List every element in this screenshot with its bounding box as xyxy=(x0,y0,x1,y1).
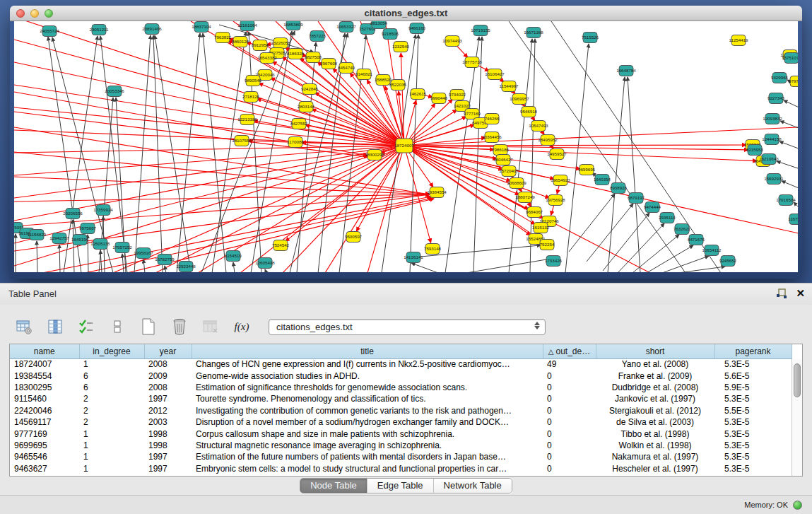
graph-node[interactable]: 8454749 xyxy=(338,63,355,74)
column-header-in_degree[interactable]: in_degree xyxy=(79,344,144,358)
close-panel-icon[interactable]: ✕ xyxy=(796,288,805,299)
graph-node[interactable]: 9990448 xyxy=(430,93,448,104)
graph-node[interactable]: 9734022 xyxy=(449,90,466,100)
graph-node[interactable]: 8522035 xyxy=(389,80,407,90)
graph-node[interactable]: 12942757 xyxy=(49,233,69,244)
close-window-button[interactable] xyxy=(16,9,25,18)
graph-node[interactable]: 752254 xyxy=(540,240,555,250)
table-scrollbar[interactable] xyxy=(792,359,802,476)
graph-node[interactable]: 10654112 xyxy=(702,245,722,256)
graph-node[interactable]: 9797349 xyxy=(789,76,798,87)
graph-node[interactable]: 16210643 xyxy=(759,154,779,165)
table-row[interactable]: 1872400712008Changes of HCN gene express… xyxy=(10,358,792,370)
graph-node[interactable]: 8860128 xyxy=(232,37,249,47)
zoom-window-button[interactable] xyxy=(45,9,53,18)
network-canvas[interactable]: 1872400718300295193845541462615999044897… xyxy=(14,21,798,272)
graph-node[interactable]: 12505135 xyxy=(90,239,110,250)
graph-node[interactable]: 12213386 xyxy=(237,115,257,125)
function-builder-icon[interactable]: f(x) xyxy=(232,317,252,337)
window-titlebar[interactable]: citations_edges.txt xyxy=(10,6,802,21)
graph-node[interactable]: 12093832 xyxy=(763,114,782,124)
graph-node[interactable]: 9684067 xyxy=(526,207,543,218)
graph-node[interactable]: 11156829 xyxy=(28,230,47,240)
graph-node[interactable]: 11254419 xyxy=(729,35,748,46)
graph-node[interactable]: 1232540 xyxy=(392,42,410,52)
graph-node[interactable]: 9466160 xyxy=(408,23,426,34)
table-row[interactable]: 1456911722003Disruption of a novel membe… xyxy=(10,416,792,428)
graph-node[interactable]: 16782759 xyxy=(155,255,175,265)
graph-node[interactable]: 8427552 xyxy=(290,119,308,129)
minimize-window-button[interactable] xyxy=(30,9,39,18)
graph-node[interactable]: 20206556 xyxy=(63,209,83,219)
graph-node[interactable]: 17016504 xyxy=(776,195,796,206)
graph-node[interactable]: 8813054 xyxy=(370,21,388,29)
graph-node[interactable]: 8938923 xyxy=(610,183,628,194)
graph-node[interactable]: 9245652 xyxy=(719,256,737,267)
graph-node[interactable]: 8215953 xyxy=(746,145,764,156)
graph-node[interactable]: 18495952 xyxy=(538,135,558,146)
graph-node[interactable]: 2967608 xyxy=(320,59,338,69)
graph-node[interactable]: 1170086 xyxy=(287,137,304,148)
row-options-icon[interactable] xyxy=(107,317,127,337)
graph-node[interactable]: 16106427 xyxy=(485,69,505,80)
graph-node[interactable]: 9218506 xyxy=(382,29,399,40)
graph-node[interactable]: 1645194 xyxy=(71,235,89,245)
graph-node[interactable]: 9146821 xyxy=(355,69,373,80)
tab-network-table[interactable]: Network Table xyxy=(434,479,512,493)
graph-node[interactable]: 15692931 xyxy=(764,174,784,185)
graph-node[interactable]: 12444158 xyxy=(762,134,782,145)
graph-node[interactable]: 10653327 xyxy=(336,22,356,33)
graph-node[interactable]: 9242845 xyxy=(301,84,319,95)
graph-node[interactable]: 7986186 xyxy=(492,145,510,156)
graph-node[interactable]: 18775718 xyxy=(462,57,482,68)
graph-node[interactable]: 19958167 xyxy=(134,248,153,259)
graph-node[interactable]: 7515526 xyxy=(582,33,599,43)
table-row[interactable]: 1830029562008Estimation of significance … xyxy=(10,382,792,393)
graph-node[interactable]: 12161064 xyxy=(237,21,257,31)
table-mode-icon[interactable] xyxy=(14,317,34,337)
graph-node[interactable]: 746266 xyxy=(485,114,500,124)
column-header-title[interactable]: title xyxy=(192,344,543,358)
graph-node[interactable]: 1640354 xyxy=(594,175,611,185)
graph-node[interactable]: 2803144 xyxy=(298,102,315,112)
tab-edge-table[interactable]: Edge Table xyxy=(367,479,434,493)
graph-node[interactable]: 19756928 xyxy=(546,195,565,206)
table-selector-dropdown[interactable]: citations_edges.txt xyxy=(269,319,546,335)
table-row[interactable]: 2242004622012Investigating the contribut… xyxy=(10,405,792,416)
column-header-out_de[interactable]: △out_de… xyxy=(543,344,596,358)
graph-node[interactable]: 18724007 xyxy=(394,139,414,153)
graph-node[interactable]: 17957252 xyxy=(112,243,132,253)
table-row[interactable]: 911546021997Tourette syndrome. Phenomeno… xyxy=(10,393,792,404)
new-column-icon[interactable] xyxy=(139,317,158,337)
graph-node[interactable]: 2718126 xyxy=(242,92,260,103)
table-row[interactable]: 946554611997Estimation of the future num… xyxy=(10,451,792,462)
graph-node[interactable]: 20053346 xyxy=(105,86,124,97)
graph-node[interactable]: 9827508 xyxy=(305,52,322,63)
graph-node[interactable]: 16543382 xyxy=(257,53,277,64)
graph-node[interactable]: 9890546 xyxy=(245,76,262,86)
graph-node[interactable]: 9329966 xyxy=(771,73,789,83)
graph-node[interactable]: 10969957 xyxy=(510,94,529,105)
delete-column-icon[interactable] xyxy=(170,317,189,337)
graph-node[interactable]: 10719155 xyxy=(471,25,490,36)
graph-node[interactable]: 20364456 xyxy=(482,132,502,143)
graph-node[interactable]: 19654923 xyxy=(551,175,570,186)
graph-node[interactable]: 7593148 xyxy=(424,244,442,255)
table-row[interactable]: 977716911998Corpus callosum shape and si… xyxy=(10,428,792,439)
graph-node[interactable]: 7857223 xyxy=(309,31,326,42)
table-row[interactable]: 1938455462009Genome-wide association stu… xyxy=(10,370,792,381)
graph-node[interactable]: 23226058 xyxy=(271,38,290,49)
column-header-short[interactable]: short xyxy=(596,344,714,358)
graph-node[interactable]: 24055724 xyxy=(40,26,59,37)
graph-node[interactable]: 10688609 xyxy=(507,178,526,189)
graph-node[interactable]: 16671388 xyxy=(524,28,543,38)
graph-node[interactable]: 8471676 xyxy=(688,235,705,245)
float-panel-icon[interactable] xyxy=(776,288,787,299)
graph-node[interactable]: 23051211 xyxy=(89,25,109,35)
graph-node[interactable]: 8912954 xyxy=(252,40,269,51)
memory-status-indicator[interactable] xyxy=(793,501,802,510)
graph-node[interactable]: 16046427 xyxy=(493,155,513,165)
graph-node[interactable]: 9500597 xyxy=(345,232,363,243)
graph-node[interactable]: 9474444 xyxy=(644,202,661,213)
show-columns-icon[interactable] xyxy=(45,317,65,337)
